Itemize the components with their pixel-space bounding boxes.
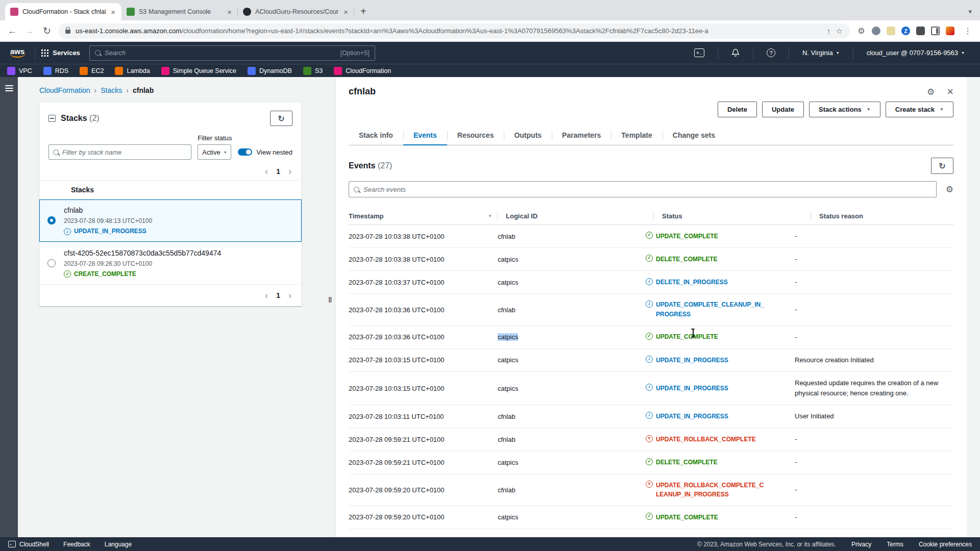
tab-close-icon[interactable]: ×: [226, 8, 233, 16]
previous-page-icon[interactable]: ‹: [265, 167, 268, 176]
colorful-extension-icon[interactable]: [946, 27, 954, 35]
tab-parameters[interactable]: Parameters: [552, 126, 611, 145]
event-row[interactable]: 2023-07-28 10:03:15 UTC+0100 catpics i U…: [349, 372, 953, 405]
reload-button[interactable]: ↻: [41, 25, 53, 37]
stack-list-item[interactable]: cfst-4205-52ec15870873c0da3c55d5b77cd494…: [39, 242, 302, 285]
event-row[interactable]: 2023-07-28 10:03:36 UTC+0100 catpics ✓ U…: [349, 326, 953, 349]
zotero-extension-icon[interactable]: Z: [901, 27, 910, 35]
column-header-status[interactable]: Status: [662, 212, 811, 220]
cloudshell-icon[interactable]: >_: [687, 48, 712, 57]
panel-settings-gear-icon[interactable]: ⚙: [927, 87, 935, 97]
event-row[interactable]: 2023-07-28 09:59:21 UTC+0100 cfnlab × UP…: [349, 428, 953, 451]
action-button[interactable]: Update: [762, 102, 804, 117]
stack-name[interactable]: cfst-4205-52ec15870873c0da3c55d5b77cd494…: [64, 249, 221, 257]
footer-link-terms[interactable]: Terms: [887, 541, 903, 548]
services-menu[interactable]: Services: [41, 49, 80, 57]
browser-tab[interactable]: ACloudGuru-Resources/Cours ×: [238, 3, 354, 20]
footer-feedback[interactable]: Feedback: [63, 541, 90, 548]
global-search-input[interactable]: Search [Option+S]: [89, 45, 375, 61]
event-row[interactable]: 2023-07-28 10:03:11 UTC+0100 cfnlab i UP…: [349, 405, 953, 428]
stack-name[interactable]: cfnlab: [64, 206, 152, 214]
favorites-service-item[interactable]: Lambda: [115, 67, 150, 75]
share-icon[interactable]: ↑: [827, 27, 831, 35]
next-page-icon[interactable]: ›: [288, 291, 291, 300]
url-text[interactable]: us-east-1.console.aws.amazon.com/cloudfo…: [76, 27, 822, 35]
favorites-service-item[interactable]: CloudFormation: [334, 67, 391, 75]
tab-change-sets[interactable]: Change sets: [663, 126, 725, 145]
footer-link-cookie-preferences[interactable]: Cookie preferences: [919, 541, 972, 548]
tab-close-icon[interactable]: ×: [342, 8, 349, 16]
forward-button[interactable]: →: [23, 26, 36, 37]
event-row[interactable]: 2023-07-28 09:59:20 UTC+0100 catpics ✓ U…: [349, 506, 953, 529]
favorites-service-item[interactable]: VPC: [7, 67, 32, 75]
column-header-timestamp[interactable]: Timestamp ▼: [349, 212, 498, 220]
panel-close-icon[interactable]: ×: [947, 86, 953, 97]
tab-close-icon[interactable]: ×: [110, 8, 116, 16]
favorites-service-item[interactable]: Simple Queue Service: [161, 67, 236, 75]
table-preferences-gear-icon[interactable]: ⚙: [946, 184, 953, 195]
page-number[interactable]: 1: [276, 167, 280, 176]
aws-logo[interactable]: aws: [8, 47, 29, 59]
event-row[interactable]: 2023-07-28 10:03:15 UTC+0100 catpics i U…: [349, 349, 953, 372]
footer-link-privacy[interactable]: Privacy: [851, 541, 871, 548]
hamburger-menu-icon[interactable]: [5, 85, 13, 91]
tab-template[interactable]: Template: [611, 126, 662, 145]
tab-list-chevron-icon[interactable]: ▾: [968, 8, 975, 20]
action-button[interactable]: Delete: [718, 102, 757, 117]
next-page-icon[interactable]: ›: [288, 167, 291, 176]
tab-outputs[interactable]: Outputs: [504, 126, 552, 145]
tab-resources[interactable]: Resources: [447, 126, 504, 145]
extensions-puzzle-icon[interactable]: [916, 27, 925, 35]
browser-tab[interactable]: CloudFormation - Stack cfnlab ×: [5, 3, 121, 20]
action-button[interactable]: Create stack ▼: [886, 102, 953, 117]
password-manager-extension-icon[interactable]: [872, 27, 880, 35]
stack-filter-input[interactable]: Filter by stack name: [48, 144, 191, 160]
tab-events[interactable]: Events: [403, 126, 447, 145]
browser-tab[interactable]: S3 Management Console ×: [121, 3, 238, 20]
tab-stack-info[interactable]: Stack info: [349, 126, 403, 145]
favorites-service-item[interactable]: S3: [303, 67, 323, 75]
favorites-service-item[interactable]: RDS: [43, 67, 68, 75]
breadcrumb-stacks-link[interactable]: Stacks: [101, 86, 122, 94]
refresh-events-button[interactable]: ↻: [931, 158, 953, 174]
back-button[interactable]: ←: [6, 26, 18, 37]
column-header-status-reason[interactable]: Status reason: [819, 212, 953, 220]
favorites-service-item[interactable]: EC2: [80, 67, 104, 75]
column-header-logical-id[interactable]: Logical ID: [506, 212, 654, 220]
new-tab-button[interactable]: +: [354, 6, 373, 20]
page-number[interactable]: 1: [276, 291, 280, 299]
action-button[interactable]: Stack actions ▼: [809, 102, 880, 117]
footer-language[interactable]: Language: [105, 541, 132, 548]
radio-button[interactable]: [47, 216, 56, 224]
event-row[interactable]: 2023-07-28 09:59:20 UTC+0100 cfnlab × UP…: [349, 474, 953, 506]
view-nested-toggle[interactable]: [238, 148, 252, 156]
favorites-service-item[interactable]: DynamoDB: [248, 67, 292, 75]
help-icon[interactable]: ?: [760, 48, 782, 57]
sort-descending-icon[interactable]: ▼: [488, 214, 492, 218]
browser-menu-icon[interactable]: ⋮: [962, 26, 974, 36]
bookmark-star-icon[interactable]: ☆: [836, 27, 843, 36]
stack-list-item[interactable]: cfnlab 2023-07-28 09:48:13 UTC+0100 i UP…: [39, 199, 302, 242]
breadcrumb-cloudformation-link[interactable]: CloudFormation: [39, 86, 90, 94]
event-row[interactable]: 2023-07-28 10:03:37 UTC+0100 catpics i D…: [349, 271, 953, 294]
event-row[interactable]: 2023-07-28 10:03:38 UTC+0100 catpics ✓ D…: [349, 248, 953, 271]
collapse-icon[interactable]: [48, 115, 56, 122]
notes-extension-icon[interactable]: [887, 27, 895, 35]
events-search-input[interactable]: Search events: [349, 181, 937, 197]
event-row[interactable]: 2023-07-28 10:03:36 UTC+0100 cfnlab i UP…: [349, 294, 953, 325]
lock-icon[interactable]: [65, 30, 70, 34]
footer-cloudshell[interactable]: >_ CloudShell: [8, 541, 49, 548]
settings-extension-icon[interactable]: ⚙: [857, 27, 866, 35]
split-pane-handle[interactable]: ‖: [328, 295, 332, 304]
notifications-bell-icon[interactable]: [724, 48, 747, 57]
event-row[interactable]: 2023-07-28 10:03:38 UTC+0100 cfnlab ✓ UP…: [349, 225, 953, 248]
refresh-stacks-button[interactable]: ↻: [270, 111, 292, 126]
event-row[interactable]: 2023-07-28 09:59:21 UTC+0100 catpics ✓ D…: [349, 451, 953, 474]
status-filter-select[interactable]: Active ▼: [198, 144, 231, 160]
previous-page-icon[interactable]: ‹: [265, 291, 268, 300]
account-menu[interactable]: cloud_user @ 0707-9156-9563▼: [860, 49, 972, 57]
side-panel-icon[interactable]: [931, 27, 940, 35]
address-bar[interactable]: us-east-1.console.aws.amazon.com/cloudfo…: [58, 23, 850, 39]
radio-button[interactable]: [47, 259, 56, 267]
region-selector[interactable]: N. Virginia▼: [795, 49, 847, 57]
